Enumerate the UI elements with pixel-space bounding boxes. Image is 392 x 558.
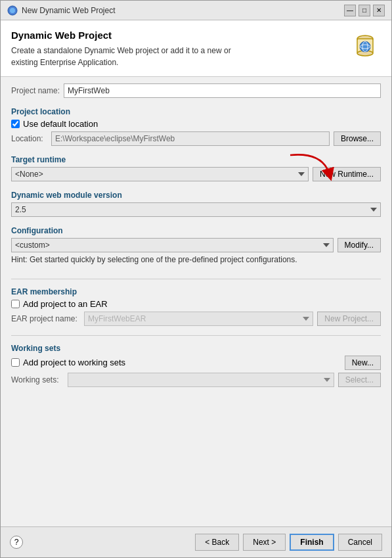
configuration-title: Configuration [11, 226, 381, 235]
finish-button[interactable]: Finish [290, 534, 334, 551]
target-runtime-title: Target runtime [11, 155, 381, 164]
window-title: New Dynamic Web Project [22, 6, 116, 15]
ear-project-name-label: EAR project name: [11, 314, 80, 323]
new-working-set-button[interactable]: New... [345, 356, 381, 370]
ear-project-name-select[interactable]: MyFirstWebEAR [84, 312, 313, 326]
help-button[interactable]: ? [10, 536, 23, 549]
web-project-icon [349, 30, 381, 61]
ear-membership-title: EAR membership [11, 287, 381, 296]
project-location-title: Project location [11, 107, 381, 116]
add-to-working-sets-checkbox[interactable] [11, 358, 20, 367]
dialog-title: Dynamic Web Project [11, 30, 231, 41]
working-sets-section: Working sets Add project to working sets… [11, 340, 381, 387]
main-window: New Dynamic Web Project — □ ✕ Dynamic We… [0, 0, 392, 558]
next-button[interactable]: Next > [243, 534, 286, 551]
configuration-section: Configuration <custom> Modify... Hint: G… [11, 222, 381, 269]
divider-2 [11, 335, 381, 336]
dialog-footer: ? < Back Next > Finish Cancel [1, 526, 391, 557]
svg-point-1 [10, 8, 15, 13]
back-button[interactable]: < Back [195, 534, 239, 551]
module-version-select[interactable]: 2.5 [11, 202, 381, 217]
dialog-description: Create a standalone Dynamic Web project … [11, 45, 231, 68]
configuration-select[interactable]: <custom> [11, 238, 334, 252]
module-version-title: Dynamic web module version [11, 191, 381, 200]
project-name-input[interactable] [64, 83, 381, 98]
target-runtime-select[interactable]: <None> [11, 167, 309, 181]
minimize-button[interactable]: — [344, 5, 356, 16]
title-bar: New Dynamic Web Project — □ ✕ [1, 1, 391, 20]
divider-1 [11, 279, 381, 279]
select-working-sets-button[interactable]: Select... [338, 373, 381, 387]
use-default-location-row: Use default location [11, 119, 381, 129]
form-body: Project name: Project location Use defau… [1, 77, 391, 526]
location-input[interactable] [51, 131, 330, 146]
window-icon [7, 5, 18, 16]
footer-buttons: < Back Next > Finish Cancel [195, 534, 382, 551]
dialog-header: Dynamic Web Project Create a standalone … [1, 20, 391, 77]
add-to-working-sets-row: Add project to working sets New... [11, 356, 381, 370]
svg-point-5 [360, 41, 370, 52]
hint-text: Hint: Get started quickly by selecting o… [11, 254, 381, 266]
add-to-ear-checkbox[interactable] [11, 300, 20, 308]
modify-button[interactable]: Modify... [338, 238, 381, 252]
maximize-button[interactable]: □ [359, 5, 370, 16]
module-version-section: Dynamic web module version 2.5 [11, 187, 381, 217]
add-to-ear-row: Add project to an EAR [11, 299, 381, 309]
cancel-button[interactable]: Cancel [338, 534, 382, 551]
close-button[interactable]: ✕ [373, 5, 385, 16]
target-runtime-row: <None> New Runtime... [11, 167, 381, 181]
working-sets-label: Working sets: [11, 375, 64, 384]
new-project-button[interactable]: New Project... [317, 312, 381, 326]
add-to-ear-label: Add project to an EAR [23, 299, 108, 309]
use-default-location-checkbox[interactable] [11, 120, 20, 128]
working-sets-select[interactable] [68, 373, 334, 387]
location-label: Location: [11, 134, 47, 143]
ear-membership-section: EAR membership Add project to an EAR EAR… [11, 283, 381, 326]
browse-button[interactable]: Browse... [334, 131, 381, 146]
project-name-row: Project name: [11, 83, 381, 98]
use-default-location-label: Use default location [23, 119, 98, 129]
working-sets-title: Working sets [11, 344, 381, 353]
new-runtime-button[interactable]: New Runtime... [313, 167, 381, 181]
add-to-working-sets-label: Add project to working sets [23, 358, 125, 367]
project-location-section: Project location Use default location Lo… [11, 103, 381, 146]
project-name-label: Project name: [11, 86, 60, 95]
target-runtime-section: Target runtime <None> New Runtime... [11, 151, 381, 181]
